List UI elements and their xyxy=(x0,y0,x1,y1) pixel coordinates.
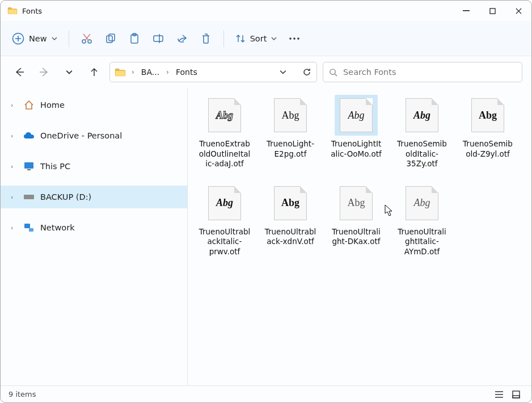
paste-icon xyxy=(129,33,140,44)
up-button[interactable] xyxy=(85,62,104,82)
more-button[interactable] xyxy=(282,28,306,49)
titlebar[interactable]: Fonts xyxy=(1,1,531,21)
chevron-down-icon xyxy=(280,69,286,75)
font-page-icon: Abg xyxy=(208,98,241,132)
font-glyph: Abg xyxy=(348,110,365,121)
file-item[interactable]: AbgTruenoLightItalic-OoMo.otf xyxy=(330,95,383,169)
grid-icon xyxy=(512,391,520,398)
font-glyph: Abg xyxy=(216,110,233,121)
font-glyph: Abg xyxy=(282,110,299,121)
toolbar-divider xyxy=(69,30,69,47)
file-name: TruenoUltralightItalic-AYmD.otf xyxy=(395,227,449,257)
list-icon xyxy=(495,391,504,398)
sort-button[interactable]: Sort xyxy=(230,28,283,49)
nav-item-home[interactable]: › Home xyxy=(1,94,187,116)
back-button[interactable] xyxy=(10,62,29,82)
recent-locations-button[interactable] xyxy=(60,62,79,82)
details-view-button[interactable] xyxy=(492,388,506,401)
svg-point-13 xyxy=(330,69,335,74)
file-thumbnail: Abg xyxy=(335,95,378,136)
chevron-right-icon[interactable]: › xyxy=(11,102,18,109)
file-item[interactable]: AbgTruenoUltrablack-xdnV.otf xyxy=(264,183,317,257)
folder-icon xyxy=(115,68,126,77)
refresh-button[interactable] xyxy=(297,62,316,82)
svg-point-10 xyxy=(290,37,292,40)
delete-button[interactable] xyxy=(194,28,218,49)
chevron-down-icon xyxy=(52,36,57,41)
file-item[interactable]: AbgTruenoExtraboldOutlineItalic-adaJ.otf xyxy=(198,95,251,169)
svg-rect-1 xyxy=(489,8,495,13)
chevron-right-icon[interactable]: › xyxy=(11,132,18,140)
copy-icon xyxy=(105,33,116,44)
refresh-icon xyxy=(302,68,311,77)
search-icon xyxy=(329,68,337,77)
breadcrumb-leaf[interactable]: Fonts xyxy=(175,68,199,77)
svg-rect-21 xyxy=(513,396,520,398)
svg-rect-14 xyxy=(24,162,33,169)
breadcrumb-separator[interactable]: › xyxy=(165,68,170,76)
file-thumbnail: Abg xyxy=(203,95,246,136)
folder-icon xyxy=(7,7,18,15)
file-name: TruenoSemibold-Z9yl.otf xyxy=(461,139,514,159)
file-item[interactable]: AbgTruenoUltralightItalic-AYmD.otf xyxy=(395,183,449,257)
font-page-icon: Abg xyxy=(208,186,241,220)
sort-button-label: Sort xyxy=(250,34,267,43)
chevron-right-icon[interactable]: › xyxy=(11,224,18,232)
copy-button[interactable] xyxy=(99,28,123,49)
font-page-icon: Abg xyxy=(406,98,438,132)
toolbar-divider xyxy=(223,30,224,47)
window-title: Fonts xyxy=(22,7,42,15)
new-button[interactable]: New xyxy=(6,28,63,49)
font-glyph: Abg xyxy=(216,197,233,209)
file-thumbnail: Abg xyxy=(400,95,444,136)
chevron-down-icon xyxy=(271,36,277,41)
font-page-icon: Abg xyxy=(340,98,373,132)
paste-button[interactable] xyxy=(123,28,146,49)
nav-item-label: OneDrive - Personal xyxy=(40,131,122,140)
drive-icon xyxy=(23,191,35,203)
nav-item-backup-drive[interactable]: › BACKUP (D:) xyxy=(1,186,187,208)
nav-item-network[interactable]: › Network xyxy=(1,216,187,239)
search-box[interactable] xyxy=(323,62,522,82)
minimize-button[interactable] xyxy=(453,2,479,19)
nav-item-this-pc[interactable]: › This PC xyxy=(1,155,187,178)
address-history-button[interactable] xyxy=(273,62,293,82)
file-item[interactable]: AbgTruenoSemiboldItalic-35Zy.otf xyxy=(395,95,449,169)
new-button-label: New xyxy=(29,34,47,43)
file-name: TruenoUltralight-DKax.otf xyxy=(330,227,383,247)
cut-button[interactable] xyxy=(75,28,99,49)
nav-item-onedrive[interactable]: › OneDrive - Personal xyxy=(1,124,187,147)
cloud-icon xyxy=(23,130,35,141)
navigation-row: › BA... › Fonts xyxy=(1,56,531,88)
font-page-icon: Abg xyxy=(274,186,307,220)
forward-button[interactable] xyxy=(35,62,54,82)
thumbnails-view-button[interactable] xyxy=(509,388,523,401)
navigation-pane[interactable]: › Home › OneDrive - Personal › This PC ›… xyxy=(1,88,188,385)
search-input[interactable] xyxy=(343,68,522,77)
status-bar: 9 items xyxy=(1,385,531,402)
file-name: TruenoExtraboldOutlineItalic-adaJ.otf xyxy=(198,139,251,169)
chevron-right-icon[interactable]: › xyxy=(11,194,18,201)
address-bar[interactable]: › BA... › Fonts xyxy=(109,62,317,82)
file-item[interactable]: AbgTruenoSemibold-Z9yl.otf xyxy=(461,95,514,169)
close-button[interactable] xyxy=(505,2,531,19)
breadcrumb-separator[interactable]: › xyxy=(130,68,136,76)
file-thumbnail: Abg xyxy=(400,183,444,224)
rename-button[interactable] xyxy=(146,28,170,49)
file-name: TruenoLight-E2pg.otf xyxy=(264,139,317,159)
share-button[interactable] xyxy=(170,28,194,49)
share-icon xyxy=(176,33,188,44)
file-item[interactable]: AbgTruenoUltralight-DKax.otf xyxy=(330,183,383,257)
svg-rect-15 xyxy=(27,169,31,170)
file-name: TruenoUltrablackItalic-prwv.otf xyxy=(198,227,251,257)
chevron-down-icon xyxy=(66,69,73,75)
chevron-right-icon[interactable]: › xyxy=(11,163,18,170)
breadcrumb-root[interactable]: BA... xyxy=(140,68,161,77)
file-item[interactable]: AbgTruenoUltrablackItalic-prwv.otf xyxy=(198,183,251,257)
file-list[interactable]: AbgTruenoExtraboldOutlineItalic-adaJ.otf… xyxy=(188,88,531,385)
toolbar: New Sort xyxy=(1,21,531,56)
maximize-button[interactable] xyxy=(479,2,505,19)
file-item[interactable]: AbgTruenoLight-E2pg.otf xyxy=(264,95,317,169)
monitor-icon xyxy=(23,161,35,172)
body: › Home › OneDrive - Personal › This PC ›… xyxy=(1,88,531,385)
